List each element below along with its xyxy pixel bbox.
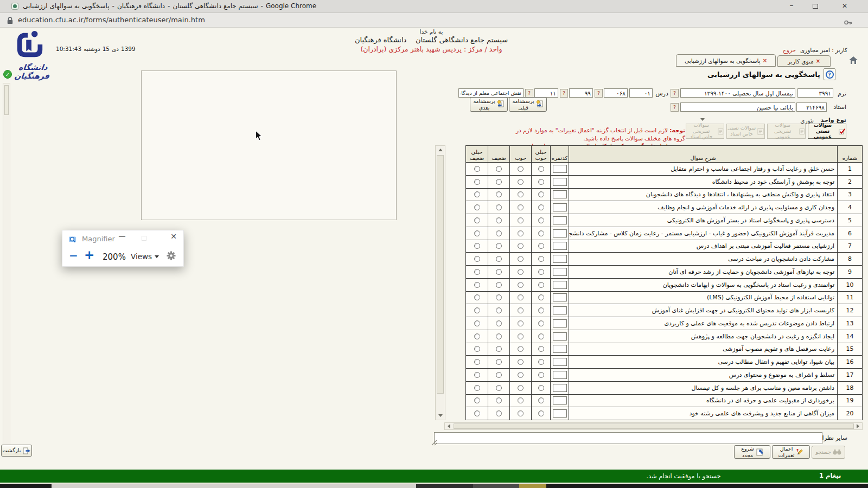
- radio-good[interactable]: [518, 179, 524, 185]
- score-code-input[interactable]: [553, 165, 567, 173]
- question-group-tab[interactable]: سوالات تشریحیعمومی: [767, 124, 806, 139]
- tab-evaluation[interactable]: × پاسخگویی به سوالهای ارزشیابی: [676, 54, 776, 67]
- radio-good[interactable]: [518, 410, 524, 416]
- url-text[interactable]: education.cfu.ac.ir/forms/authenticateus…: [18, 16, 205, 24]
- score-code-input[interactable]: [553, 371, 567, 379]
- question-group-tab[interactable]: سوالات تستیعمومی: [808, 124, 846, 139]
- radio-very-good[interactable]: [538, 346, 544, 352]
- scrollbar-thumb[interactable]: [4, 85, 9, 115]
- comments-input[interactable]: [434, 432, 822, 444]
- radio-good[interactable]: [518, 385, 524, 391]
- radio-weak[interactable]: [496, 269, 502, 275]
- restart-button[interactable]: شروعمجدد: [734, 445, 770, 459]
- apply-changes-button[interactable]: اعمالتغییرات: [772, 445, 810, 459]
- table-vertical-scrollbar[interactable]: [435, 145, 445, 420]
- tab-user-menu[interactable]: × منوی کاربر: [777, 55, 831, 67]
- radio-very-weak[interactable]: [474, 282, 480, 288]
- radio-very-weak[interactable]: [474, 333, 480, 339]
- left-scrollbar[interactable]: [3, 83, 10, 453]
- score-code-input[interactable]: [553, 268, 567, 276]
- radio-weak[interactable]: [496, 359, 502, 365]
- radio-very-good[interactable]: [538, 397, 544, 403]
- radio-good[interactable]: [518, 217, 524, 223]
- prev-questionnaire-button[interactable]: پرسشنامهقبلی: [509, 97, 547, 112]
- radio-very-weak[interactable]: [474, 372, 480, 378]
- question-group-tab[interactable]: سوالات تشریحیخاص استاد: [686, 124, 724, 139]
- radio-very-good[interactable]: [538, 372, 544, 378]
- zoom-out-button[interactable]: −: [69, 249, 78, 262]
- radio-very-good[interactable]: [538, 204, 544, 210]
- close-button[interactable]: ✕: [838, 2, 852, 12]
- score-code-input[interactable]: [553, 384, 567, 392]
- radio-good[interactable]: [518, 372, 524, 378]
- radio-weak[interactable]: [496, 282, 502, 288]
- radio-weak[interactable]: [496, 217, 502, 223]
- radio-very-weak[interactable]: [474, 217, 480, 223]
- score-code-input[interactable]: [553, 178, 567, 186]
- radio-very-weak[interactable]: [474, 346, 480, 352]
- scroll-right-button[interactable]: [854, 423, 862, 429]
- radio-very-good[interactable]: [538, 294, 544, 300]
- resize-grip[interactable]: [431, 438, 438, 448]
- question-group-tab[interactable]: سوالات تستیخاص استاد: [726, 124, 765, 139]
- radio-weak[interactable]: [496, 397, 502, 403]
- score-code-input[interactable]: [553, 332, 567, 341]
- taskbar-item[interactable]: [416, 484, 473, 488]
- radio-very-good[interactable]: [538, 191, 544, 197]
- professor-code-input[interactable]: [796, 102, 827, 112]
- radio-very-weak[interactable]: [474, 385, 480, 391]
- radio-good[interactable]: [518, 359, 524, 365]
- help-button[interactable]: ?: [824, 68, 835, 80]
- taskbar-item[interactable]: [52, 484, 416, 488]
- score-code-input[interactable]: [553, 293, 567, 301]
- taskbar-item[interactable]: [473, 484, 519, 488]
- score-code-input[interactable]: [553, 255, 567, 263]
- radio-weak[interactable]: [496, 256, 502, 262]
- radio-good[interactable]: [518, 333, 524, 339]
- radio-good[interactable]: [518, 346, 524, 352]
- tab-close-icon[interactable]: ×: [763, 57, 767, 63]
- radio-good[interactable]: [518, 269, 524, 275]
- radio-good[interactable]: [518, 166, 524, 172]
- course-code-input-3[interactable]: [569, 88, 593, 98]
- home-icon[interactable]: [848, 56, 858, 67]
- minimize-button[interactable]: –: [784, 1, 799, 11]
- score-code-input[interactable]: [553, 203, 567, 211]
- radio-good[interactable]: [518, 191, 524, 197]
- radio-weak[interactable]: [496, 410, 502, 416]
- term-name-input[interactable]: [680, 88, 795, 98]
- professor-name-input[interactable]: [680, 102, 795, 112]
- radio-very-good[interactable]: [538, 385, 544, 391]
- scroll-up-button[interactable]: [436, 146, 445, 154]
- radio-weak[interactable]: [496, 372, 502, 378]
- scrollbar-thumb[interactable]: [454, 423, 854, 429]
- course-help-button[interactable]: ?: [560, 89, 568, 98]
- scroll-left-button[interactable]: [445, 423, 453, 429]
- radio-very-weak[interactable]: [474, 256, 480, 262]
- course-help-button[interactable]: ?: [525, 89, 533, 98]
- radio-good[interactable]: [518, 230, 524, 236]
- course-code-input-2[interactable]: [604, 88, 628, 98]
- radio-very-weak[interactable]: [474, 230, 480, 236]
- zoom-in-button[interactable]: +: [84, 248, 94, 262]
- radio-very-weak[interactable]: [474, 179, 480, 185]
- radio-very-good[interactable]: [538, 410, 544, 416]
- radio-very-weak[interactable]: [474, 204, 480, 210]
- radio-very-weak[interactable]: [474, 359, 480, 365]
- score-code-input[interactable]: [553, 281, 567, 289]
- score-code-input[interactable]: [553, 229, 567, 237]
- radio-weak[interactable]: [496, 204, 502, 210]
- radio-good[interactable]: [518, 320, 524, 326]
- key-icon[interactable]: [844, 17, 852, 28]
- term-code-input[interactable]: [797, 88, 833, 98]
- score-code-input[interactable]: [553, 216, 567, 224]
- score-code-input[interactable]: [553, 396, 567, 404]
- radio-very-weak[interactable]: [474, 410, 480, 416]
- radio-very-good[interactable]: [538, 359, 544, 365]
- radio-weak[interactable]: [496, 179, 502, 185]
- radio-weak[interactable]: [496, 191, 502, 197]
- radio-very-weak[interactable]: [474, 397, 480, 403]
- radio-very-weak[interactable]: [474, 243, 480, 249]
- radio-very-weak[interactable]: [474, 320, 480, 326]
- course-name-input[interactable]: [458, 88, 524, 98]
